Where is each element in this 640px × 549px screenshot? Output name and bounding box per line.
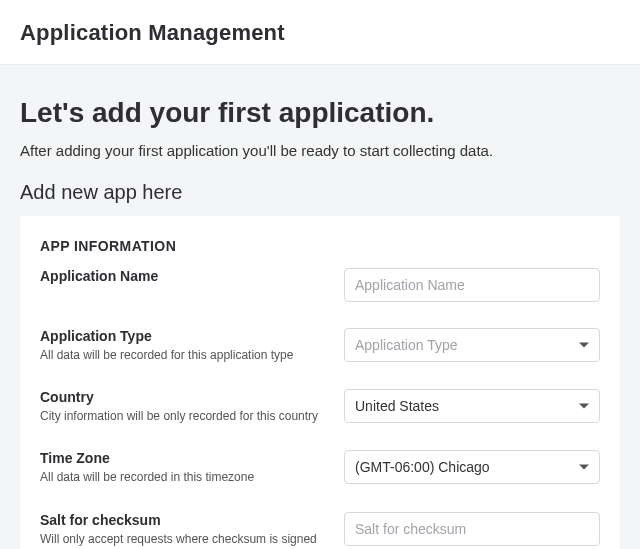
label-app-name: Application Name	[40, 268, 330, 284]
timezone-select-value: (GMT-06:00) Chicago	[355, 459, 490, 475]
salt-input[interactable]	[344, 512, 600, 546]
app-type-select[interactable]: Application Type	[344, 328, 600, 362]
onboarding-subtext: After adding your first application you'…	[20, 142, 620, 159]
content-area: Let's add your first application. After …	[0, 64, 640, 549]
add-app-section-title: Add new app here	[20, 181, 620, 204]
app-type-select-value: Application Type	[355, 337, 457, 353]
field-row-country: Country City information will be only re…	[40, 389, 600, 424]
label-salt: Salt for checksum	[40, 512, 330, 528]
page-title: Application Management	[20, 20, 620, 46]
field-row-app-name: Application Name	[40, 268, 600, 302]
label-timezone: Time Zone	[40, 450, 330, 466]
timezone-select[interactable]: (GMT-06:00) Chicago	[344, 450, 600, 484]
card-heading: APP INFORMATION	[40, 238, 600, 254]
onboarding-headline: Let's add your first application.	[20, 95, 620, 130]
app-info-card: APP INFORMATION Application Name Applica…	[20, 216, 620, 549]
hint-app-type: All data will be recorded for this appli…	[40, 347, 330, 363]
label-country: Country	[40, 389, 330, 405]
field-row-timezone: Time Zone All data will be recorded in t…	[40, 450, 600, 485]
field-row-app-type: Application Type All data will be record…	[40, 328, 600, 363]
hint-salt: Will only accept requests where checksum…	[40, 531, 330, 549]
field-row-salt: Salt for checksum Will only accept reque…	[40, 512, 600, 549]
chevron-down-icon	[579, 465, 589, 470]
hint-country: City information will be only recorded f…	[40, 408, 330, 424]
country-select-value: United States	[355, 398, 439, 414]
hint-timezone: All data will be recorded in this timezo…	[40, 469, 330, 485]
chevron-down-icon	[579, 404, 589, 409]
label-app-type: Application Type	[40, 328, 330, 344]
page-header: Application Management	[0, 0, 640, 64]
app-name-input[interactable]	[344, 268, 600, 302]
chevron-down-icon	[579, 343, 589, 348]
country-select[interactable]: United States	[344, 389, 600, 423]
